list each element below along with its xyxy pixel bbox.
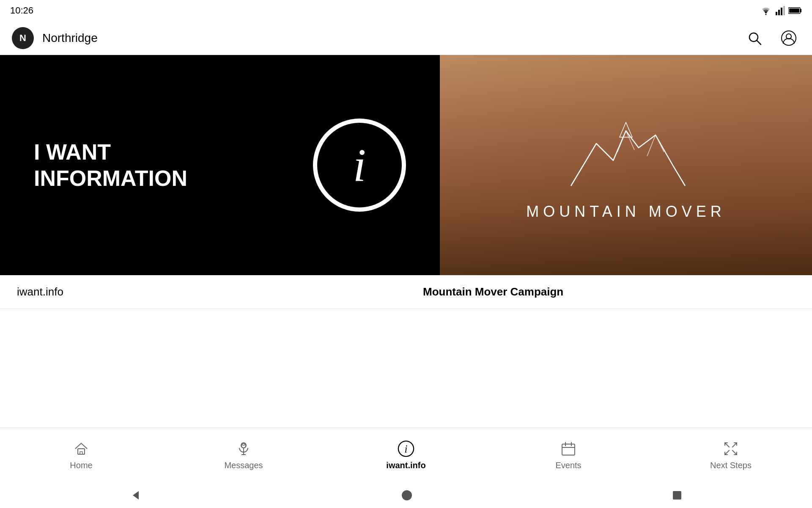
iwantinfo-label: iwant.info xyxy=(386,461,425,470)
nav-item-events[interactable]: Events xyxy=(487,436,650,475)
svg-point-0 xyxy=(765,14,767,15)
svg-line-15 xyxy=(656,135,664,152)
svg-marker-35 xyxy=(133,491,139,500)
svg-point-21 xyxy=(242,444,245,445)
empty-space xyxy=(0,309,812,428)
svg-rect-6 xyxy=(800,9,801,12)
profile-button[interactable] xyxy=(777,27,800,50)
recents-icon xyxy=(672,490,683,501)
recents-button[interactable] xyxy=(672,490,683,501)
nextsteps-icon xyxy=(722,440,739,457)
svg-line-33 xyxy=(725,450,729,455)
svg-rect-37 xyxy=(673,491,681,500)
home-label: Home xyxy=(70,461,92,470)
home-button[interactable] xyxy=(401,489,413,501)
svg-rect-4 xyxy=(783,6,785,15)
nav-item-iwantinfo[interactable]: i iwant.info xyxy=(325,436,487,475)
app-bar-right xyxy=(743,27,800,50)
home-circle-icon xyxy=(401,489,413,501)
back-button[interactable] xyxy=(129,489,142,502)
nav-item-home[interactable]: Home xyxy=(0,436,162,475)
svg-line-12 xyxy=(617,131,626,152)
back-icon xyxy=(129,489,142,502)
svg-text:i: i xyxy=(405,443,408,455)
mountain-logo-icon xyxy=(562,110,689,194)
app-bar: N Northridge xyxy=(0,21,812,55)
mountain-mover-card[interactable]: MOUNTAIN MOVER xyxy=(440,55,812,275)
svg-line-31 xyxy=(725,443,729,447)
app-avatar: N xyxy=(12,27,34,49)
nav-item-nextsteps[interactable]: Next Steps xyxy=(650,436,812,475)
mountain-brand-text: MOUNTAIN MOVER xyxy=(526,203,725,221)
app-bar-left: N Northridge xyxy=(12,27,98,49)
iwant-info-card[interactable]: I WANT INFORMATION i xyxy=(0,55,440,275)
svg-rect-1 xyxy=(776,12,777,15)
svg-rect-2 xyxy=(778,10,780,15)
signal-icon xyxy=(776,6,785,15)
svg-rect-27 xyxy=(562,444,575,455)
events-label: Events xyxy=(555,461,581,470)
cards-row: I WANT INFORMATION i xyxy=(0,55,812,275)
svg-line-9 xyxy=(757,41,761,44)
iwant-info-title: iwant.info xyxy=(0,275,406,309)
nextsteps-label: Next Steps xyxy=(710,461,752,470)
bottom-nav: Home Messages i iwant.info xyxy=(0,428,812,483)
events-icon xyxy=(560,440,577,457)
info-circle-icon: i xyxy=(313,119,406,212)
content-area: I WANT INFORMATION i xyxy=(0,55,812,428)
wifi-icon xyxy=(760,6,772,15)
status-icons xyxy=(760,6,802,15)
profile-icon xyxy=(781,30,797,46)
svg-rect-7 xyxy=(789,8,799,13)
svg-point-8 xyxy=(749,33,758,41)
search-icon xyxy=(747,30,762,46)
mountain-svg-container: MOUNTAIN MOVER xyxy=(526,110,725,221)
status-bar: 10:26 xyxy=(0,0,812,21)
info-letter: i xyxy=(353,142,366,188)
app-title: Northridge xyxy=(42,31,98,45)
nav-item-messages[interactable]: Messages xyxy=(162,436,325,475)
android-nav xyxy=(0,483,812,508)
card-left-text: I WANT INFORMATION xyxy=(34,139,195,192)
search-button[interactable] xyxy=(743,27,765,49)
svg-line-34 xyxy=(732,450,737,455)
svg-marker-16 xyxy=(620,122,632,137)
home-icon xyxy=(73,440,90,457)
battery-icon xyxy=(788,7,802,14)
svg-rect-3 xyxy=(781,8,782,15)
status-time: 10:26 xyxy=(10,5,33,16)
svg-line-32 xyxy=(732,443,737,447)
messages-label: Messages xyxy=(224,461,263,470)
mountain-mover-title: Mountain Mover Campaign xyxy=(406,275,812,309)
svg-point-36 xyxy=(402,490,412,500)
messages-icon xyxy=(235,440,252,457)
iwantinfo-nav-icon: i xyxy=(398,440,414,457)
card-titles-row: iwant.info Mountain Mover Campaign xyxy=(0,275,812,309)
